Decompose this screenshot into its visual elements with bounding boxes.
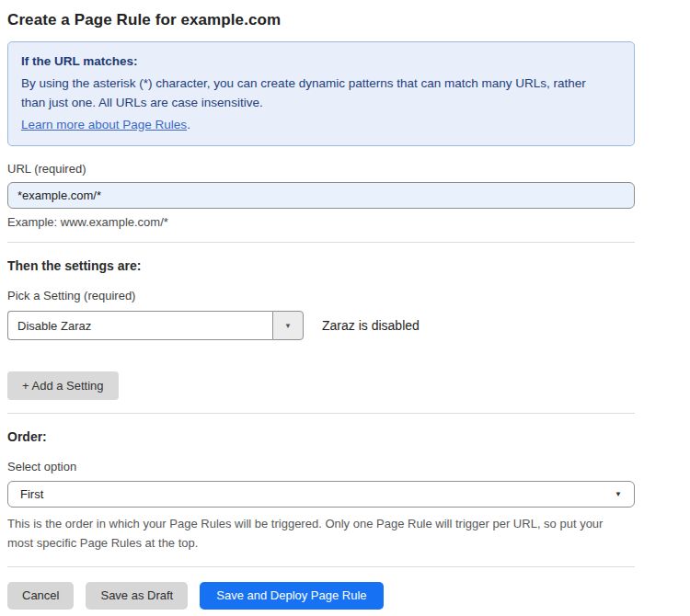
setting-row: Disable Zaraz ▼ Zaraz is disabled bbox=[7, 311, 635, 340]
setting-status-text: Zaraz is disabled bbox=[322, 318, 420, 333]
form-actions: Cancel Save as Draft Save and Deploy Pag… bbox=[7, 582, 635, 616]
url-example-helper: Example: www.example.com/* bbox=[7, 215, 635, 229]
info-box-heading: If the URL matches: bbox=[21, 51, 621, 72]
learn-more-link[interactable]: Learn more about Page Rules bbox=[21, 118, 187, 131]
chevron-down-icon: ▼ bbox=[615, 490, 622, 498]
order-select[interactable]: First ▼ bbox=[7, 481, 635, 508]
divider-before-actions bbox=[7, 566, 635, 567]
save-deploy-button[interactable]: Save and Deploy Page Rule bbox=[200, 582, 383, 610]
divider-after-settings bbox=[7, 413, 635, 414]
link-period: . bbox=[187, 118, 190, 131]
settings-section-heading: Then the settings are: bbox=[7, 258, 635, 273]
info-link-line: Learn more about Page Rules. bbox=[21, 115, 621, 135]
page-rule-form: Create a Page Rule for example.com If th… bbox=[0, 0, 638, 616]
info-box-body: By using the asterisk (*) character, you… bbox=[21, 74, 610, 113]
page-title: Create a Page Rule for example.com bbox=[7, 11, 635, 29]
url-field-label: URL (required) bbox=[7, 162, 635, 176]
save-draft-button[interactable]: Save as Draft bbox=[86, 582, 188, 610]
add-setting-button[interactable]: + Add a Setting bbox=[7, 371, 119, 400]
order-select-value: First bbox=[20, 487, 43, 501]
setting-dropdown-button[interactable]: ▼ bbox=[272, 311, 304, 340]
cancel-button[interactable]: Cancel bbox=[7, 582, 74, 610]
chevron-down-icon: ▼ bbox=[284, 322, 292, 330]
setting-picker-label: Pick a Setting (required) bbox=[7, 289, 635, 302]
order-section-heading: Order: bbox=[7, 429, 635, 444]
url-input[interactable] bbox=[7, 182, 635, 209]
order-select-label: Select option bbox=[7, 460, 635, 473]
url-match-info-box: If the URL matches: By using the asteris… bbox=[7, 41, 635, 146]
setting-dropdown-value[interactable]: Disable Zaraz bbox=[7, 311, 272, 340]
divider-after-url bbox=[7, 242, 635, 243]
order-helper-text: This is the order in which your Page Rul… bbox=[7, 515, 629, 553]
setting-dropdown[interactable]: Disable Zaraz ▼ bbox=[7, 311, 304, 340]
